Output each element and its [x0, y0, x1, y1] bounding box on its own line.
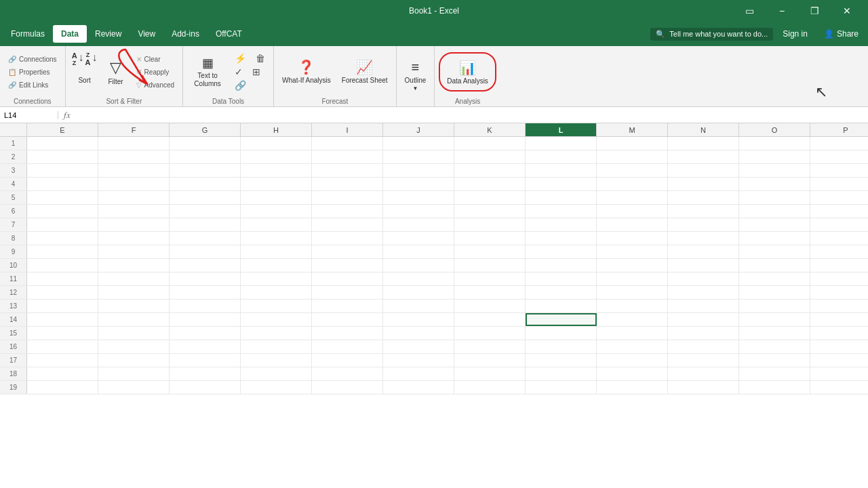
- text-to-columns-btn[interactable]: ▦ Text to Columns: [187, 52, 228, 92]
- grid-cell[interactable]: [454, 178, 526, 190]
- grid-cell[interactable]: [98, 327, 170, 340]
- col-header-G[interactable]: G: [170, 123, 241, 136]
- grid-cell[interactable]: [810, 150, 868, 163]
- grid-cell[interactable]: [739, 164, 810, 177]
- grid-cell[interactable]: [668, 313, 739, 326]
- grid-cell[interactable]: [454, 191, 526, 204]
- grid-cell[interactable]: [27, 218, 98, 231]
- menu-offcat[interactable]: OffCAT: [208, 25, 250, 43]
- grid-cell[interactable]: [312, 381, 383, 394]
- grid-cell[interactable]: [668, 340, 739, 353]
- restore-btn[interactable]: ❐: [799, 0, 830, 22]
- grid-cell[interactable]: [98, 259, 170, 272]
- grid-cell[interactable]: [170, 286, 241, 299]
- function-icon[interactable]: 𝑓𝑥: [58, 110, 71, 121]
- grid-cell[interactable]: [597, 300, 668, 312]
- grid-cell[interactable]: [27, 300, 98, 312]
- grid-cell[interactable]: [597, 259, 668, 272]
- grid-cell[interactable]: [454, 327, 526, 340]
- grid-cell[interactable]: [668, 137, 739, 150]
- grid-cell[interactable]: [668, 232, 739, 245]
- grid-cell[interactable]: [810, 137, 868, 150]
- grid-cell[interactable]: [526, 367, 597, 380]
- grid-cell[interactable]: [668, 245, 739, 258]
- grid-cell[interactable]: [668, 367, 739, 380]
- grid-cell[interactable]: [27, 205, 98, 218]
- grid-cell[interactable]: [526, 150, 597, 163]
- grid-cell[interactable]: [383, 178, 454, 190]
- grid-cell[interactable]: [597, 164, 668, 177]
- grid-cell[interactable]: [312, 300, 383, 312]
- grid-cell[interactable]: [739, 245, 810, 258]
- grid-cell[interactable]: [597, 232, 668, 245]
- grid-cell[interactable]: [241, 367, 312, 380]
- grid-cell[interactable]: [241, 381, 312, 394]
- grid-cell[interactable]: [383, 205, 454, 218]
- grid-cell[interactable]: [312, 164, 383, 177]
- grid-cell[interactable]: [810, 205, 868, 218]
- data-analysis-btn[interactable]: 📊 Data Analysis: [439, 52, 496, 92]
- grid-cell[interactable]: [739, 150, 810, 163]
- grid-cell[interactable]: [170, 232, 241, 245]
- grid-cell[interactable]: [170, 218, 241, 231]
- grid-cell[interactable]: [739, 313, 810, 326]
- grid-cell[interactable]: [810, 259, 868, 272]
- grid-cell[interactable]: [597, 354, 668, 367]
- grid-cell[interactable]: [312, 286, 383, 299]
- grid-cell[interactable]: [312, 191, 383, 204]
- col-header-E[interactable]: E: [27, 123, 98, 136]
- grid-cell[interactable]: [383, 245, 454, 258]
- grid-cell[interactable]: [454, 340, 526, 353]
- grid-cell[interactable]: [597, 313, 668, 326]
- grid-cell[interactable]: [27, 259, 98, 272]
- grid-cell[interactable]: [597, 245, 668, 258]
- grid-cell[interactable]: [241, 218, 312, 231]
- grid-cell[interactable]: [241, 232, 312, 245]
- grid-cell[interactable]: [668, 354, 739, 367]
- grid-cell[interactable]: [98, 205, 170, 218]
- grid-cell[interactable]: [526, 300, 597, 312]
- clear-btn[interactable]: ✕ Clear: [132, 53, 178, 65]
- grid-cell[interactable]: [312, 354, 383, 367]
- col-header-M[interactable]: M: [597, 123, 668, 136]
- grid-cell[interactable]: [383, 300, 454, 312]
- grid-cell[interactable]: [739, 354, 810, 367]
- grid-cell[interactable]: [810, 354, 868, 367]
- grid-cell[interactable]: [312, 340, 383, 353]
- grid-cell[interactable]: [810, 340, 868, 353]
- edit-links-btn[interactable]: 🔗 Edit Links: [4, 79, 61, 91]
- grid-cell[interactable]: [810, 218, 868, 231]
- grid-cell[interactable]: [98, 313, 170, 326]
- grid-cell[interactable]: [241, 245, 312, 258]
- menu-view[interactable]: View: [130, 25, 163, 43]
- col-header-O[interactable]: O: [739, 123, 810, 136]
- grid-cell[interactable]: [98, 340, 170, 353]
- grid-cell[interactable]: [27, 137, 98, 150]
- grid-cell[interactable]: [312, 137, 383, 150]
- flash-fill-btn[interactable]: ⚡: [231, 52, 250, 64]
- grid-cell[interactable]: [810, 272, 868, 285]
- grid-cell[interactable]: [597, 340, 668, 353]
- close-btn[interactable]: ✕: [831, 0, 863, 22]
- name-box[interactable]: L14: [4, 111, 58, 119]
- grid-cell[interactable]: [170, 245, 241, 258]
- grid-cell[interactable]: [312, 205, 383, 218]
- grid-cell[interactable]: [27, 313, 98, 326]
- grid-cell[interactable]: [739, 340, 810, 353]
- relationships-btn[interactable]: 🔗: [231, 79, 250, 92]
- advanced-btn[interactable]: ▽ Advanced: [132, 79, 178, 91]
- grid-cell[interactable]: [241, 340, 312, 353]
- grid-cell[interactable]: [526, 205, 597, 218]
- grid-cell[interactable]: [597, 286, 668, 299]
- menu-review[interactable]: Review: [87, 25, 130, 43]
- grid-cell[interactable]: [312, 313, 383, 326]
- grid-cell[interactable]: [241, 313, 312, 326]
- grid-cell[interactable]: [668, 191, 739, 204]
- grid-cell[interactable]: [739, 286, 810, 299]
- col-header-N[interactable]: N: [668, 123, 739, 136]
- col-header-P[interactable]: P: [810, 123, 868, 136]
- grid-cell[interactable]: [98, 381, 170, 394]
- grid-cell[interactable]: [383, 191, 454, 204]
- grid-cell[interactable]: [27, 367, 98, 380]
- grid-cell[interactable]: [312, 259, 383, 272]
